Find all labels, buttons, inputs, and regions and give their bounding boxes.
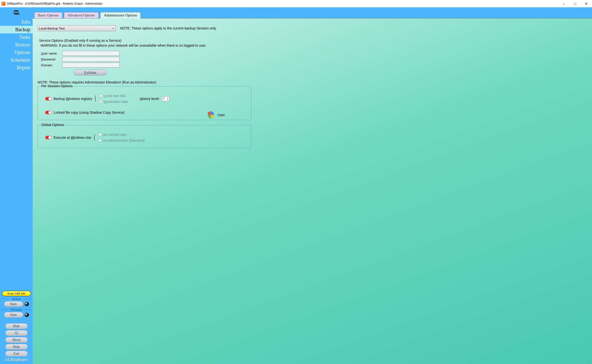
radio-icon bbox=[99, 100, 102, 103]
nav-options[interactable]: Options bbox=[0, 49, 33, 56]
sidebar-header bbox=[0, 7, 33, 18]
start-backup-button[interactable]: Start bbox=[4, 301, 23, 307]
history-level-spinner[interactable]: 7 ▲▼ bbox=[162, 96, 169, 101]
tray-button[interactable] bbox=[5, 330, 28, 336]
spinner-down-icon[interactable]: ▼ bbox=[166, 99, 169, 101]
radio-icon bbox=[99, 94, 102, 97]
destination-disk-radio[interactable]: Destination disk bbox=[99, 100, 128, 104]
uac-shield-row: User bbox=[207, 111, 225, 119]
start-onchange-button[interactable]: Start bbox=[4, 312, 23, 318]
maximize-button[interactable]: □ bbox=[569, 0, 581, 7]
svg-point-1 bbox=[14, 13, 18, 14]
exit-button[interactable]: Exit bbox=[5, 351, 28, 357]
spinner-up-icon[interactable]: ▲ bbox=[166, 97, 169, 99]
local-root-label: Local root disk bbox=[104, 94, 126, 98]
destination-disk-label: Destination disk bbox=[104, 100, 128, 104]
domain-input[interactable] bbox=[62, 63, 120, 68]
as-normal-user-label: As normal User bbox=[103, 133, 127, 137]
resize-grip-icon[interactable]: ⋰ bbox=[588, 360, 592, 364]
service-options-title: Service Options (Enabled only if running… bbox=[39, 39, 587, 42]
admin-elevation-note: NOTE: These options requires Administrat… bbox=[38, 80, 587, 84]
locked-file-copy-toggle[interactable] bbox=[45, 111, 52, 114]
nav-restore[interactable]: Restore bbox=[0, 41, 33, 49]
app-icon bbox=[1, 2, 5, 6]
about-button[interactable]: About bbox=[5, 337, 28, 343]
content-panel: Local Backup Test ▾ NOTE: These options … bbox=[33, 18, 592, 364]
global-options-title: Global Options bbox=[40, 123, 65, 127]
brace-bottom-icon: ⎝ bbox=[94, 138, 96, 140]
per-session-title: Per Session Options bbox=[40, 84, 74, 88]
as-normal-user-radio[interactable]: As normal User bbox=[99, 133, 145, 137]
sidebar: Jobs Backup Tasks Restore Options Schedu… bbox=[0, 7, 33, 364]
svg-point-0 bbox=[14, 10, 18, 12]
exec-startup-label: Execute at Windows star bbox=[54, 136, 91, 140]
password-input[interactable] bbox=[62, 57, 120, 62]
tab-advanced-options[interactable]: Advanced Options bbox=[64, 12, 99, 18]
title-bar: GRBackPro - d:\GRDown\GRBakPro.grb - Rob… bbox=[0, 0, 592, 7]
onchange-led-icon bbox=[25, 313, 29, 317]
password-label: Password: bbox=[41, 57, 62, 61]
tab-strip: Basic Options Advanced Options Administr… bbox=[33, 7, 592, 18]
local-root-radio[interactable]: Local root disk bbox=[99, 94, 128, 98]
hide-button[interactable]: Hide bbox=[5, 323, 28, 329]
user-label: User bbox=[218, 113, 225, 117]
backup-section-label: Backup bbox=[0, 297, 33, 300]
backup-registry-label: Backup Windows registry bbox=[54, 97, 92, 101]
chevron-down-icon: ▾ bbox=[111, 26, 115, 31]
global-options-group: Global Options Execute at Windows star ⎛… bbox=[38, 125, 251, 148]
session-combo[interactable]: Local Backup Test ▾ bbox=[38, 25, 116, 31]
tab-administrator-options[interactable]: Administrator Options bbox=[100, 12, 141, 18]
service-warning: WARNING: If you do not fill in these opt… bbox=[41, 43, 587, 47]
nav-jobs[interactable]: Jobs bbox=[0, 18, 33, 26]
nav-report[interactable]: Report bbox=[0, 64, 33, 71]
per-session-group: Per Session Options Backup Windows regis… bbox=[38, 86, 251, 120]
history-level-value: 7 bbox=[163, 97, 165, 100]
tab-basic-options[interactable]: Basic Options bbox=[34, 12, 62, 18]
onchange-section-label: OnChange bbox=[0, 308, 33, 311]
copyright-label: ©GRSoftware bbox=[5, 358, 28, 362]
username-input[interactable] bbox=[62, 51, 120, 56]
backup-registry-toggle[interactable] bbox=[45, 97, 52, 100]
radio-icon bbox=[99, 133, 101, 136]
nav-scheduler[interactable]: Scheduler bbox=[0, 56, 33, 64]
locked-file-copy-label: Locked file copy (using Shadow Copy Serv… bbox=[54, 111, 125, 114]
radio-icon bbox=[99, 139, 101, 142]
username-label: User name: bbox=[41, 52, 62, 55]
nav-backup[interactable]: Backup bbox=[0, 26, 33, 33]
svg-rect-2 bbox=[15, 332, 18, 334]
easy-add-job-button[interactable]: Easy Add Job bbox=[2, 291, 31, 296]
as-admin-label: As Administrator (Elevated) bbox=[103, 139, 145, 142]
backup-led-icon bbox=[25, 302, 29, 306]
brace-bottom-icon: ⎝ bbox=[95, 99, 96, 101]
help-button[interactable]: Help bbox=[5, 344, 28, 350]
session-combo-value: Local Backup Test bbox=[39, 27, 65, 30]
nav-tasks[interactable]: Tasks bbox=[0, 33, 33, 41]
nav-list: Jobs Backup Tasks Restore Options Schedu… bbox=[0, 18, 33, 71]
service-options-group: Service Options (Enabled only if running… bbox=[38, 39, 587, 75]
monitor-icon bbox=[15, 332, 18, 335]
validate-button[interactable]: Validate bbox=[73, 70, 107, 75]
domain-label: Domain: bbox=[41, 63, 62, 67]
sidebar-bottom: Easy Add Job Backup Start OnChange Start… bbox=[0, 291, 33, 362]
session-note: NOTE: These options apply to the current… bbox=[120, 26, 217, 30]
as-admin-radio[interactable]: As Administrator (Elevated) bbox=[99, 139, 145, 142]
shield-icon bbox=[207, 111, 214, 119]
database-icon bbox=[13, 10, 20, 16]
exec-startup-toggle[interactable] bbox=[45, 136, 52, 139]
window-title: GRBackPro - d:\GRDown\GRBakPro.grb - Rob… bbox=[7, 2, 558, 5]
history-level-label: History level: bbox=[140, 97, 159, 101]
minimize-button[interactable]: – bbox=[558, 0, 569, 7]
close-button[interactable]: ✕ bbox=[581, 0, 592, 7]
